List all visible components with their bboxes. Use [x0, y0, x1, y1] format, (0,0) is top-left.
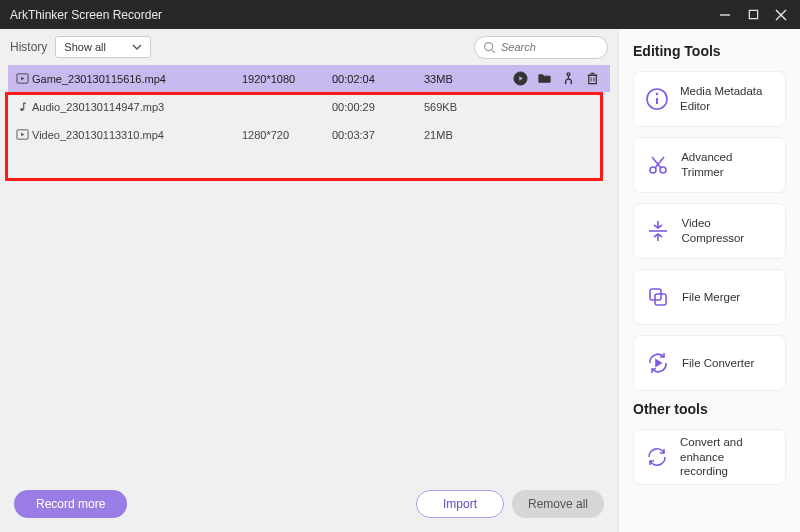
- tool-label: Video Compressor: [682, 216, 775, 246]
- tool-label: File Merger: [682, 290, 740, 305]
- folder-button[interactable]: [537, 71, 552, 86]
- svg-rect-1: [749, 10, 757, 18]
- file-duration: 00:02:04: [332, 73, 424, 85]
- minimize-button[interactable]: [714, 4, 736, 26]
- file-row[interactable]: Video_230130113310.mp4 1280*720 00:03:37…: [8, 121, 610, 149]
- file-row[interactable]: Audio_230130114947.mp3 00:00:29 569KB: [8, 93, 610, 121]
- tool-convert-enhance[interactable]: Convert and enhance recording: [633, 429, 786, 485]
- file-size: 569KB: [424, 101, 496, 113]
- file-duration: 00:03:37: [332, 129, 424, 141]
- editing-tools-heading: Editing Tools: [633, 43, 786, 59]
- window-controls: [714, 4, 792, 26]
- other-tools-heading: Other tools: [633, 401, 786, 417]
- svg-rect-8: [589, 75, 597, 83]
- play-button[interactable]: [513, 71, 528, 86]
- file-row[interactable]: Game_230130115616.mp4 1920*1080 00:02:04…: [8, 65, 610, 93]
- history-label: History: [10, 40, 47, 54]
- file-name: Game_230130115616.mp4: [32, 73, 242, 85]
- file-resolution: 1280*720: [242, 129, 332, 141]
- chevron-down-icon: [132, 44, 142, 50]
- svg-line-5: [492, 49, 495, 52]
- tool-file-converter[interactable]: File Converter: [633, 335, 786, 391]
- history-toolbar: History Show all: [0, 29, 618, 65]
- history-filter-dropdown[interactable]: Show all: [55, 36, 151, 58]
- maximize-button[interactable]: [742, 4, 764, 26]
- file-size: 21MB: [424, 129, 496, 141]
- tool-advanced-trimmer[interactable]: Advanced Trimmer: [633, 137, 786, 193]
- delete-button[interactable]: [585, 71, 600, 86]
- video-icon: [12, 72, 32, 85]
- file-list: Game_230130115616.mp4 1920*1080 00:02:04…: [0, 65, 618, 149]
- tool-label: File Converter: [682, 356, 754, 371]
- file-size: 33MB: [424, 73, 496, 85]
- tool-label: Advanced Trimmer: [681, 150, 775, 180]
- history-filter-value: Show all: [64, 41, 106, 53]
- file-resolution: 1920*1080: [242, 73, 332, 85]
- video-icon: [12, 128, 32, 141]
- scissors-icon: [644, 151, 671, 179]
- tool-video-compressor[interactable]: Video Compressor: [633, 203, 786, 259]
- file-duration: 00:00:29: [332, 101, 424, 113]
- compress-icon: [644, 217, 672, 245]
- search-box[interactable]: [474, 36, 608, 59]
- info-icon: [644, 85, 670, 113]
- remove-all-button[interactable]: Remove all: [512, 490, 604, 518]
- tool-label: Media Metadata Editor: [680, 84, 775, 114]
- import-button[interactable]: Import: [416, 490, 504, 518]
- edit-button[interactable]: [561, 71, 576, 86]
- svg-point-4: [485, 42, 493, 50]
- audio-icon: [12, 101, 32, 113]
- title-bar: ArkThinker Screen Recorder: [0, 0, 800, 29]
- merge-icon: [644, 283, 672, 311]
- tool-media-metadata-editor[interactable]: Media Metadata Editor: [633, 71, 786, 127]
- search-icon: [483, 41, 496, 54]
- close-button[interactable]: [770, 4, 792, 26]
- sidebar: Editing Tools Media Metadata Editor Adva…: [618, 29, 800, 532]
- file-name: Video_230130113310.mp4: [32, 129, 242, 141]
- window-title: ArkThinker Screen Recorder: [10, 8, 162, 22]
- search-input[interactable]: [501, 41, 599, 53]
- svg-point-13: [20, 108, 24, 111]
- main-panel: History Show all Game_230130115616.mp4 1…: [0, 29, 618, 532]
- file-name: Audio_230130114947.mp3: [32, 101, 242, 113]
- refresh-icon: [644, 443, 670, 471]
- record-more-button[interactable]: Record more: [14, 490, 127, 518]
- tool-file-merger[interactable]: File Merger: [633, 269, 786, 325]
- tool-label: Convert and enhance recording: [680, 435, 775, 480]
- footer: Record more Import Remove all: [0, 476, 618, 532]
- convert-icon: [644, 349, 672, 377]
